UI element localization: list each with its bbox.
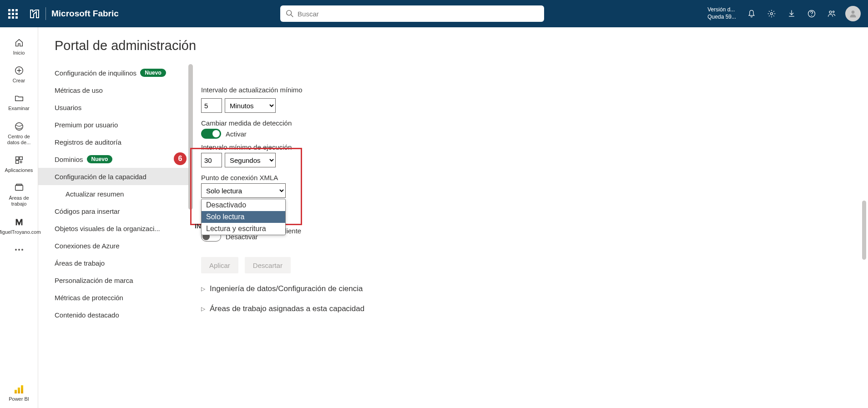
sidebar-item-featured-content[interactable]: Contenido destacado: [38, 306, 193, 323]
nav-browse[interactable]: Examinar: [1, 90, 37, 116]
xmla-option-readonly[interactable]: Solo lectura: [202, 211, 285, 223]
exec-interval-unit-select[interactable]: Segundos: [225, 153, 276, 167]
svg-point-0: [287, 10, 292, 15]
sidebar-item-label: Actualizar resumen: [66, 190, 124, 198]
expander-label: Ingeniería de datos/Configuración de cie…: [210, 284, 363, 293]
nav-onelake[interactable]: Centro de datos de...: [1, 118, 37, 150]
discard-button[interactable]: Descartar: [245, 257, 291, 273]
sidebar-item-label: Objetos visuales de la organizaci...: [55, 225, 160, 232]
page-title: Portal de administración: [55, 38, 868, 64]
sidebar-item-usage-metrics[interactable]: Métricas de uso: [38, 81, 193, 99]
svg-rect-14: [16, 184, 22, 186]
main-area: Portal de administración Configuración d…: [38, 27, 868, 408]
nav-powerbi[interactable]: Power BI: [0, 381, 38, 408]
search-input[interactable]: [298, 10, 539, 18]
content-scrollbar-track: [862, 64, 866, 408]
apply-button[interactable]: Aplicar: [201, 257, 238, 273]
sidebar-item-label: Áreas de trabajo: [55, 259, 105, 267]
sidebar-item-audit-logs[interactable]: Registros de auditoría: [38, 133, 193, 151]
xmla-option-disabled[interactable]: Desactivado: [202, 199, 285, 211]
svg-point-5: [829, 11, 832, 13]
person-icon: [848, 9, 858, 18]
svg-rect-11: [19, 157, 22, 160]
help-button[interactable]: [802, 4, 822, 24]
sidebar-item-refresh-summary[interactable]: Actualizar resumen: [38, 185, 193, 202]
feedback-button[interactable]: [822, 4, 842, 24]
nav-create[interactable]: Crear: [1, 62, 37, 88]
expander-assigned-workspaces[interactable]: ▷ Áreas de trabajo asignadas a esta capa…: [201, 304, 857, 313]
exec-interval-input[interactable]: [201, 153, 222, 167]
svg-rect-13: [15, 186, 23, 191]
sidebar-item-azure-connections[interactable]: Conexiones de Azure: [38, 237, 193, 254]
chevron-right-icon: ▷: [201, 306, 205, 312]
bell-icon: [747, 9, 756, 18]
svg-point-2: [771, 13, 773, 15]
nav-apps[interactable]: Aplicaciones: [1, 152, 37, 178]
sidebar-item-label: Conexiones de Azure: [55, 242, 120, 250]
nav-home[interactable]: Inicio: [1, 35, 37, 60]
nav-custom[interactable]: MiguelTroyano.com: [1, 214, 37, 240]
exec-interval-label: Intervalo mínimo de ejecución: [201, 143, 857, 151]
search-box[interactable]: [280, 5, 544, 22]
content-panel: 6 Intervalo de actualización mínimo Minu…: [193, 64, 868, 408]
more-icon: [15, 244, 23, 255]
sidebar-item-label: Códigos para insertar: [55, 207, 120, 215]
download-icon: [787, 9, 796, 18]
search-icon: [286, 10, 294, 18]
nav-label: Examinar: [8, 106, 29, 111]
sidebar-item-label: Métricas de protección: [55, 294, 123, 302]
svg-rect-10: [15, 157, 18, 160]
app-launcher-button[interactable]: [4, 5, 22, 23]
svg-point-7: [852, 10, 855, 14]
nav-label: Power BI: [9, 396, 29, 402]
svg-line-1: [291, 15, 293, 17]
nav-more[interactable]: [1, 242, 37, 260]
sidebar-item-label: Registros de auditoría: [55, 138, 121, 146]
sidebar-item-tenant-settings[interactable]: Configuración de inquilinos Nuevo: [38, 64, 193, 81]
sidebar-item-domains[interactable]: Dominios Nuevo: [38, 151, 193, 168]
nav-label: MiguelTroyano.com: [0, 229, 41, 235]
sidebar-item-users[interactable]: Usuarios: [38, 99, 193, 116]
trial-info[interactable]: Versión d... Queda 59...: [702, 6, 742, 20]
refresh-interval-unit-select[interactable]: Minutos: [225, 98, 276, 113]
nav-label: Aplicaciones: [5, 167, 33, 173]
sidebar-item-label: Usuarios: [55, 104, 81, 111]
home-icon: [14, 37, 24, 48]
sidebar-item-capacity-settings[interactable]: Configuración de la capacidad: [38, 168, 193, 185]
sidebar-item-org-visuals[interactable]: Objetos visuales de la organizaci...: [38, 220, 193, 237]
download-button[interactable]: [782, 4, 802, 24]
sidebar-item-label: Métricas de uso: [55, 86, 103, 94]
waffle-icon: [8, 9, 18, 19]
apps-icon: [14, 155, 24, 166]
expander-data-engineering[interactable]: ▷ Ingeniería de datos/Configuración de c…: [201, 284, 857, 293]
sidebar-item-branding[interactable]: Personalización de marca: [38, 272, 193, 289]
product-brand[interactable]: Microsoft Fabric: [25, 7, 122, 20]
app-header: Microsoft Fabric Versión d... Queda 59..…: [0, 0, 868, 27]
sidebar-item-label: Personalización de marca: [55, 277, 133, 284]
content-scrollbar-thumb[interactable]: [862, 201, 866, 260]
refresh-interval-label: Intervalo de actualización mínimo: [201, 86, 857, 94]
new-badge: Nuevo: [87, 155, 113, 163]
xmla-dropdown-listbox[interactable]: Desactivado Solo lectura Lectura y escri…: [201, 199, 286, 235]
sidebar-item-workspaces[interactable]: Áreas de trabajo: [38, 254, 193, 272]
xmla-select[interactable]: Solo lectura: [201, 183, 286, 198]
sidebar-item-label: Dominios: [55, 156, 83, 163]
sidebar-item-label: Configuración de la capacidad: [55, 173, 146, 181]
settings-scrollbar[interactable]: [188, 64, 193, 210]
expander-label: Áreas de trabajo asignadas a esta capaci…: [210, 304, 364, 313]
detection-toggle[interactable]: [201, 129, 221, 139]
folder-icon: [14, 93, 24, 104]
sidebar-item-protection-metrics[interactable]: Métricas de protección: [38, 289, 193, 306]
gear-icon: [767, 9, 776, 18]
custom-m-icon: [14, 217, 24, 227]
account-avatar[interactable]: [845, 6, 861, 21]
sidebar-item-label: Premium por usuario: [55, 121, 118, 129]
notifications-button[interactable]: [742, 4, 762, 24]
nav-workspaces[interactable]: Áreas de trabajo: [1, 180, 37, 212]
sidebar-item-ppu[interactable]: Premium por usuario: [38, 116, 193, 133]
sidebar-item-embed-codes[interactable]: Códigos para insertar: [38, 202, 193, 220]
xmla-option-readwrite[interactable]: Lectura y escritura: [202, 223, 285, 235]
svg-rect-12: [15, 161, 18, 163]
refresh-interval-input[interactable]: [201, 98, 222, 113]
settings-button[interactable]: [762, 4, 782, 24]
